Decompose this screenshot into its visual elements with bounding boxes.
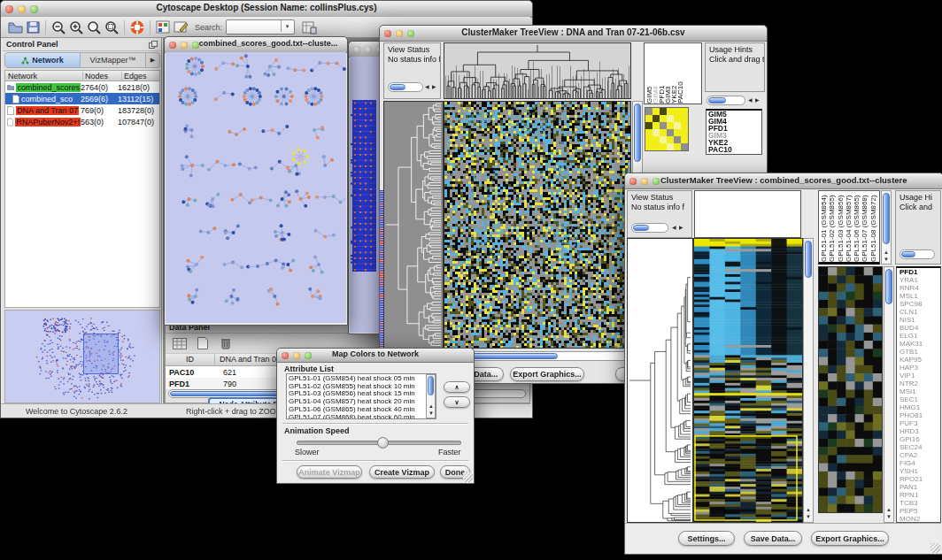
tv1-heatmap-canvas[interactable] xyxy=(444,102,630,348)
help-lifebuoy-icon[interactable] xyxy=(128,19,146,35)
scroll-down-arrow[interactable]: ▼ xyxy=(806,514,811,520)
close-button[interactable] xyxy=(5,5,13,13)
gene-label[interactable]: HAP3 xyxy=(900,364,940,372)
gene-label[interactable]: BUD4 xyxy=(900,324,940,332)
gene-label[interactable]: MSI1 xyxy=(900,387,940,395)
scroll-left-arrow[interactable]: ◀ xyxy=(425,84,429,90)
tv2-detail-vscrollbar[interactable]: ▲ ▼ xyxy=(884,266,894,523)
tv1-column-dendrogram-canvas[interactable] xyxy=(444,43,630,98)
gene-label[interactable]: VIP1 xyxy=(900,372,940,380)
scroll-up-arrow[interactable]: ▲ xyxy=(429,403,434,410)
delete-attribute-icon[interactable] xyxy=(217,335,235,351)
tv1-gene-list[interactable]: GIM5GIM4PFD1GIM3YKE2PAC10 xyxy=(706,109,762,155)
gene-label[interactable]: HRD3 xyxy=(900,427,940,435)
zoom-fit-icon[interactable] xyxy=(85,19,103,35)
close-button[interactable] xyxy=(353,46,360,53)
tv2-main-vscrollbar[interactable]: ▲ ▼ xyxy=(803,238,814,523)
close-button[interactable] xyxy=(384,30,391,37)
scroll-up-arrow[interactable]: ▲ xyxy=(806,507,811,513)
similarity-matrix-box[interactable] xyxy=(645,107,689,151)
tv2-labels-scrollbar[interactable]: ▲ ▼ xyxy=(881,190,892,265)
gene-label[interactable]: PUF3 xyxy=(900,419,940,427)
close-button[interactable] xyxy=(282,352,289,359)
move-up-button[interactable]: ∧ xyxy=(444,381,470,393)
gene-label[interactable]: SPC98 xyxy=(900,300,940,308)
tv2-row-dendrogram-canvas[interactable] xyxy=(628,239,692,522)
view-status-scrollbar[interactable] xyxy=(631,223,668,233)
gene-label[interactable]: SEC1 xyxy=(900,395,940,403)
gene-label[interactable]: YRA1 xyxy=(900,276,940,284)
close-button[interactable] xyxy=(629,178,637,185)
tv2-usage-scrollbar[interactable] xyxy=(900,249,935,259)
scroll-left-arrow[interactable]: ◀ xyxy=(672,225,676,231)
save-icon[interactable] xyxy=(24,19,42,35)
gene-label[interactable]: RPN1 xyxy=(900,491,940,499)
scroll-down-arrow[interactable]: ▼ xyxy=(884,257,889,263)
zoom-button[interactable] xyxy=(652,178,660,185)
attribute-browser-icon[interactable] xyxy=(300,19,318,35)
treeview1-titlebar[interactable]: ClusterMaker TreeView : DNA and Tran 07-… xyxy=(380,26,767,42)
tv1-usage-scrollbar[interactable] xyxy=(706,96,745,105)
tv2-save-data-button[interactable]: Save Data... xyxy=(744,531,802,546)
zoom-button[interactable] xyxy=(407,30,414,37)
gene-label[interactable]: PHO81 xyxy=(900,411,940,419)
gene-label[interactable]: YSH1 xyxy=(900,467,940,475)
tab-overflow-arrow[interactable]: ▶ xyxy=(146,53,159,67)
gene-label[interactable]: PFD1 xyxy=(900,268,940,276)
attribute-select-icon[interactable] xyxy=(171,335,189,351)
gene-label[interactable]: TCB3 xyxy=(900,499,940,507)
gene-label[interactable]: CPA2 xyxy=(900,451,940,459)
tab-vizmapper[interactable]: VizMapper™ xyxy=(81,53,146,67)
scroll-left-arrow[interactable]: ◀ xyxy=(748,97,753,104)
treeview2-titlebar[interactable]: ClusterMaker TreeView : combined_scores_… xyxy=(625,173,942,189)
zoom-button[interactable] xyxy=(305,352,312,359)
attribute-listbox[interactable]: GPL51-01 (GSM854) heat shock 05 minGPL51… xyxy=(286,373,436,419)
gene-label[interactable]: GTB1 xyxy=(900,348,940,356)
network-row-combined-sco-selected[interactable]: combined_sco 2569(6) 13112(15) xyxy=(5,93,159,104)
scroll-up-arrow[interactable]: ▲ xyxy=(886,507,892,513)
dialog-titlebar[interactable]: Map Colors to Network xyxy=(277,349,474,363)
gene-label[interactable]: MON2 xyxy=(900,515,940,523)
tv2-detail-heatmap-canvas[interactable] xyxy=(819,267,882,512)
gene-label[interactable]: CLN1 xyxy=(900,308,940,316)
zoom-selected-icon[interactable] xyxy=(103,19,120,35)
tv1-export-graphics-button[interactable]: Export Graphics... xyxy=(510,367,584,381)
gene-label[interactable]: MAK31 xyxy=(900,340,940,348)
move-down-button[interactable]: ∨ xyxy=(444,396,470,408)
gene-label[interactable]: HMG1 xyxy=(900,403,940,411)
network-row-combined-scores[interactable]: combined_scores 2764(0) 16218(0) xyxy=(5,81,159,93)
minimize-button[interactable] xyxy=(181,42,188,49)
scroll-down-arrow[interactable]: ▼ xyxy=(429,410,434,417)
tab-network[interactable]: Network xyxy=(5,53,81,67)
network-row-dna-tran[interactable]: DNA and Tran 07 769(0) 183728(0) xyxy=(5,104,159,116)
animate-vizmap-button[interactable]: Animate Vizmap xyxy=(297,465,362,479)
gene-label[interactable]: PAC10 xyxy=(708,146,761,153)
resize-grip[interactable] xyxy=(463,472,473,482)
gene-label[interactable]: PEP5 xyxy=(900,507,940,515)
birdseye-view[interactable] xyxy=(4,310,160,403)
gene-label[interactable]: KAP95 xyxy=(900,356,940,364)
birdseye-canvas[interactable] xyxy=(5,311,159,403)
open-file-icon[interactable] xyxy=(6,19,24,35)
gene-label[interactable]: FIG4 xyxy=(900,459,940,467)
search-dropdown-arrow[interactable]: ▾ xyxy=(281,20,293,32)
gene-label[interactable]: PAN1 xyxy=(900,483,940,491)
main-titlebar[interactable]: Cytoscape Desktop (Session Name: collins… xyxy=(1,1,532,18)
minimize-button[interactable] xyxy=(365,46,372,53)
animation-speed-slider[interactable] xyxy=(297,441,461,445)
scroll-right-arrow[interactable]: ▶ xyxy=(755,97,760,104)
gene-label[interactable]: RNR4 xyxy=(900,284,940,292)
gene-label[interactable]: GPI16 xyxy=(900,435,940,443)
resize-grip[interactable] xyxy=(930,543,940,553)
slider-thumb[interactable] xyxy=(377,437,389,449)
network-canvas[interactable] xyxy=(166,52,346,323)
gene-label[interactable]: MSL1 xyxy=(900,292,940,300)
scroll-right-arrow[interactable]: ▶ xyxy=(432,84,436,90)
network-window-titlebar[interactable]: combined_scores_good.txt--cluste... xyxy=(165,37,347,53)
attribute-list-scrollbar[interactable]: ▲ ▼ xyxy=(426,374,436,418)
tv2-gene-list[interactable]: PFD1YRA1RNR4MSL1SPC98CLN1NIS1BUD4ELG1MAK… xyxy=(896,266,941,523)
minimize-button[interactable] xyxy=(293,352,300,359)
birdseye-viewport-rect[interactable] xyxy=(83,334,119,374)
search-input[interactable]: ▾ xyxy=(226,19,295,35)
scroll-down-arrow[interactable]: ▼ xyxy=(886,514,892,520)
